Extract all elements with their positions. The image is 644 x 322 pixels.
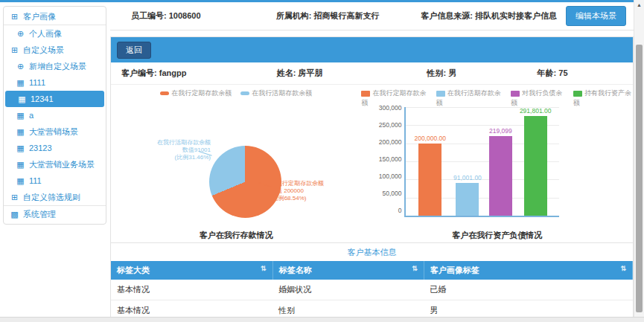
legend-swatch-icon [361,91,370,97]
basic-info-section: 客户基本信息 标签大类⇅ 标签名称⇅ 客户画像标签⇅ 基本情况 婚姻状况 [111,242,633,322]
column-header-tag-name[interactable]: 标签名称⇅ [272,261,424,280]
sort-icon[interactable]: ⇅ [620,265,626,272]
legend-item[interactable]: 持有我行资产余额 [573,88,633,108]
sidebar-item-label: 客户画像 [23,11,56,22]
sort-icon[interactable]: ⇅ [412,265,418,272]
bar-fill [418,144,441,216]
bar-assets-held[interactable]: 291,801.00 [520,107,552,216]
table-header-row: 标签大类⇅ 标签名称⇅ 客户画像标签⇅ [111,261,633,280]
customer-summary-row: 客户编号: fangpp 姓名: 房平朋 性别: 男 年龄: 75 [111,62,633,85]
sidebar-item-label: a [29,110,34,120]
sidebar-item-23123[interactable]: ▦23123 [4,140,106,156]
table-row[interactable]: 基本情况 婚姻状况 已婚 [111,280,633,300]
employee-id-field: 员工编号: 1008600 [131,10,276,22]
pie-label-demand-deposit: 在我行活期存款余额 数值91001 (比例31.46%) [136,139,211,161]
th-icon: ▩ [10,209,19,219]
sidebar-item-lobby-marketing-business-scene[interactable]: ▦大堂营销业务场景 [4,156,106,173]
sidebar-item-system-management[interactable]: ▩系统管理 [4,205,106,222]
sidebar-item-label: 系统管理 [23,209,56,219]
sidebar-item-label: 111 [29,176,42,186]
employee-info-bar: 员工编号: 1008600 所属机构: 招商银行高新支行 客户信息来源: 排队机… [110,2,634,30]
page: ⊞客户画像 ⊕个人画像 ⊞自定义场景 ⊕新增自定义场景 ▦1111 ▦12341… [0,0,644,322]
cell-portrait-tag: 已婚 [424,280,632,300]
column-header-portrait-tag[interactable]: 客户画像标签⇅ [424,261,632,280]
legend-swatch-icon [436,91,445,97]
edit-scene-button[interactable]: 编辑本场景 [566,6,626,26]
deposit-pie-chart: 在我行定期存款余额 在我行活期存款余额 在我行活期存款余额 数值91001 (比… [111,85,361,242]
legend-swatch-icon [511,91,520,97]
bar-value-label: 291,801.00 [520,107,552,115]
bar-demand-deposit[interactable]: 91,001.00 [453,107,482,216]
vertical-scrollbar[interactable]: ▲ [634,0,644,322]
customer-gender-field: 性别: 男 [427,68,538,79]
legend-item[interactable]: 对我行负债余额 [511,88,564,108]
sidebar-item-label: 大堂营销业务场景 [29,159,95,170]
bar-chart-title: 客户在我行资产负债情况 [361,230,633,241]
bar-fill [524,116,547,216]
th-large-icon: ⊞ [10,45,19,55]
sidebar-item-custom-filter-rules[interactable]: ⊞自定义筛选规则 [4,189,106,205]
bar-legend: 在我行定期存款余额 在我行活期存款余额 对我行负债余额 持有我行资产余额 [361,88,633,108]
table-icon: ▦ [16,143,25,153]
customer-id-field: 客户编号: fangpp [121,68,277,79]
charts-row: 在我行定期存款余额 在我行活期存款余额 在我行活期存款余额 数值91001 (比… [111,85,633,242]
legend-item[interactable]: 在我行定期存款余额 [160,88,232,98]
legend-swatch-icon [573,91,582,97]
pie-chart-title: 客户在我行存款情况 [111,230,361,241]
organization-field: 所属机构: 招商银行高新支行 [276,10,421,22]
pie-legend: 在我行定期存款余额 在我行活期存款余额 [111,88,361,98]
table-icon: ▦ [16,176,25,186]
sidebar-item-label: 1111 [29,77,45,88]
column-header-tag-category[interactable]: 标签大类⇅ [111,261,272,280]
th-large-icon: ⊞ [10,11,19,22]
bar-liability[interactable]: 219,099 [489,107,512,216]
bar-value-label: 219,099 [489,127,512,135]
table-icon: ▦ [16,110,25,120]
main-content: 员工编号: 1008600 所属机构: 招商银行高新支行 客户信息来源: 排队机… [110,2,634,322]
cell-tag-category: 基本情况 [111,280,272,300]
asset-liability-bar-chart: 在我行定期存款余额 在我行活期存款余额 对我行负债余额 持有我行资产余额 300… [361,85,633,242]
legend-swatch-icon [160,91,169,95]
table-icon: ▦ [17,94,27,104]
globe-icon: ⊕ [16,28,25,39]
bar-plot-area: 200,000.00 91,001.00 219,099 291,801.00 [404,107,559,217]
back-button[interactable]: 返回 [117,42,151,59]
legend-item[interactable]: 在我行活期存款余额 [240,88,312,98]
sidebar-item-lobby-marketing-scene[interactable]: ▦大堂营销场景 [4,123,106,140]
bars: 200,000.00 91,001.00 219,099 291,801.00 [406,107,559,216]
sidebar-item-add-custom-scene[interactable]: ⊕新增自定义场景 [4,58,106,74]
sidebar-item-customer-portrait[interactable]: ⊞客户画像 [4,8,106,25]
sidebar-item-label: 23123 [29,143,52,153]
bar-fill [456,183,479,216]
sidebar-item-a[interactable]: ▦a [4,107,106,123]
sidebar-item-1111[interactable]: ▦1111 [4,74,106,91]
bar-value-label: 91,001.00 [453,174,482,181]
sidebar-item-custom-scene[interactable]: ⊞自定义场景 [4,42,106,58]
bar-y-axis-labels: 300,000250,000200,000150,000100,00050,00… [366,107,401,217]
customer-info-source-field: 客户信息来源: 排队机实时接客户信息 [421,10,566,22]
scroll-up-icon[interactable]: ▲ [634,0,644,7]
sidebar-item-12341[interactable]: ▦12341 [5,91,104,107]
sidebar-item-personal-portrait[interactable]: ⊕个人画像 [4,25,106,42]
legend-swatch-icon [240,91,249,95]
sidebar-item-label: 大堂营销场景 [29,126,78,137]
sidebar-item-111[interactable]: ▦111 [4,173,106,189]
horizontal-scrollbar[interactable] [0,317,644,322]
sidebar-item-label: 12341 [31,94,54,104]
scene-toolbar: 返回 [111,37,633,62]
sidebar-item-label: 自定义场景 [23,45,64,55]
table-icon: ▦ [16,126,25,137]
bar-time-deposit[interactable]: 200,000.00 [414,107,446,216]
sidebar: ⊞客户画像 ⊕个人画像 ⊞自定义场景 ⊕新增自定义场景 ▦1111 ▦12341… [3,6,106,225]
customer-age-field: 年龄: 75 [538,68,622,79]
scene-panel: 返回 客户编号: fangpp 姓名: 房平朋 性别: 男 年龄: 75 在我行… [110,36,634,322]
legend-item[interactable]: 在我行活期存款余额 [436,88,502,108]
globe-icon: ⊕ [16,61,25,71]
cell-tag-name: 婚姻状况 [272,280,424,300]
sidebar-item-label: 自定义筛选规则 [23,192,80,202]
sort-icon[interactable]: ⇅ [261,265,267,272]
scrollbar-thumb[interactable] [636,45,643,312]
bar-fill [489,136,512,216]
sidebar-item-label: 个人画像 [29,28,62,39]
basic-info-table: 标签大类⇅ 标签名称⇅ 客户画像标签⇅ 基本情况 婚姻状况 已婚 基本情况 [111,261,633,322]
